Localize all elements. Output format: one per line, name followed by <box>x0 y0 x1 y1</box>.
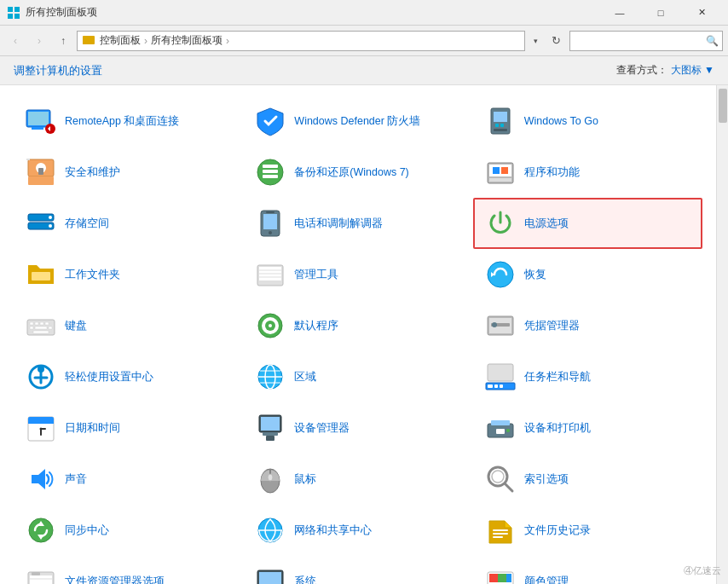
svg-rect-50 <box>35 327 47 329</box>
grid-item-synccenter[interactable]: 同步中心 <box>14 505 243 556</box>
taskbar-label[interactable]: 任务栏和导航 <box>524 370 591 384</box>
grid-item-datetime[interactable]: 日期和时间 <box>14 402 243 454</box>
network-label[interactable]: 网络和共享中心 <box>294 523 372 537</box>
breadcrumb-allitems[interactable]: 所有控制面板项 <box>151 33 222 48</box>
grid-item-filehistory[interactable]: 文件历史记录 <box>473 505 702 556</box>
workfolder-label[interactable]: 工作文件夹 <box>65 268 120 281</box>
svg-rect-11 <box>494 112 507 122</box>
grid-item-easeofaccess[interactable]: 轻松使用设置中心 <box>14 351 243 402</box>
grid-item-network[interactable]: 网络和共享中心 <box>243 505 472 556</box>
devicemanager-icon <box>253 411 287 445</box>
grid-item-defaultapps[interactable]: 默认程序 <box>243 300 472 351</box>
svg-point-81 <box>40 428 43 431</box>
storage-label[interactable]: 存储空间 <box>65 217 109 230</box>
devicesprint-label[interactable]: 设备和打印机 <box>524 421 591 435</box>
grid-item-colormanage[interactable]: 颜色管理 <box>473 556 702 584</box>
svg-rect-73 <box>494 385 498 388</box>
backup-label[interactable]: 备份和还原(Windows 7) <box>294 165 408 179</box>
security-label[interactable]: 安全和维护 <box>65 165 120 179</box>
svg-rect-87 <box>491 420 510 425</box>
keyboard-icon <box>24 309 58 343</box>
grid-item-fileoptions[interactable]: 文件资源管理器选项 <box>14 556 243 584</box>
svg-rect-88 <box>496 429 505 434</box>
grid-item-region[interactable]: 区域 <box>243 351 472 402</box>
synccenter-label[interactable]: 同步中心 <box>65 523 109 537</box>
search-input[interactable] <box>575 35 717 47</box>
svg-rect-110 <box>259 572 281 584</box>
credentials-label[interactable]: 凭据管理器 <box>524 319 580 332</box>
datetime-label[interactable]: 日期和时间 <box>65 421 120 435</box>
grid-item-taskbar[interactable]: 任务栏和导航 <box>473 351 702 402</box>
grid-item-programs[interactable]: 程序和功能 <box>473 147 702 198</box>
defaultapps-label[interactable]: 默认程序 <box>294 319 338 332</box>
svg-rect-106 <box>30 575 52 584</box>
svg-point-89 <box>506 429 510 432</box>
grid-item-mouse[interactable]: 鼠标 <box>243 454 472 505</box>
colormanage-label[interactable]: 颜色管理 <box>524 575 569 584</box>
grid-item-devicemanager[interactable]: 设备管理器 <box>243 402 472 454</box>
grid-item-phone[interactable]: 电话和调制解调器 <box>243 198 472 249</box>
maximize-button[interactable]: □ <box>641 0 680 26</box>
svg-rect-14 <box>494 129 507 131</box>
close-button[interactable]: ✕ <box>682 0 721 26</box>
windowstogo-label[interactable]: Windows To Go <box>524 114 598 128</box>
filehistory-label[interactable]: 文件历史记录 <box>524 523 591 537</box>
grid-item-credentials[interactable]: 凭据管理器 <box>473 300 702 351</box>
scrollbar[interactable] <box>716 85 728 584</box>
svg-rect-12 <box>495 124 499 127</box>
devicemanager-label[interactable]: 设备管理器 <box>294 421 350 435</box>
grid-item-sound[interactable]: 声音 <box>14 454 243 505</box>
svg-rect-114 <box>489 574 498 582</box>
grid-item-recovery[interactable]: 恢复 <box>473 249 702 300</box>
grid-item-devicesprint[interactable]: 设备和打印机 <box>473 402 702 454</box>
svg-point-30 <box>49 216 52 219</box>
grid-item-remoteapp[interactable]: RemoteApp 和桌面连接 <box>14 95 243 147</box>
filehistory-icon <box>483 513 517 547</box>
breadcrumb-controlpanel[interactable]: 控制面板 <box>100 33 141 48</box>
minimize-button[interactable]: — <box>600 0 639 26</box>
fileoptions-label[interactable]: 文件资源管理器选项 <box>65 575 165 584</box>
phone-label[interactable]: 电话和调制解调器 <box>294 217 383 230</box>
up-button[interactable]: ↑ <box>53 31 73 51</box>
sound-label[interactable]: 声音 <box>65 472 87 486</box>
management-label[interactable]: 管理工具 <box>294 268 338 281</box>
keyboard-label[interactable]: 键盘 <box>65 319 87 332</box>
grid-item-management[interactable]: 管理工具 <box>243 249 472 300</box>
svg-rect-20 <box>263 165 278 168</box>
power-label[interactable]: 电源选项 <box>524 217 569 230</box>
view-mode-button[interactable]: 大图标 ▼ <box>671 63 714 78</box>
grid-item-power[interactable]: 电源选项 <box>473 198 702 249</box>
svg-rect-75 <box>488 364 513 381</box>
grid-item-backup[interactable]: 备份和还原(Windows 7) <box>243 147 472 198</box>
defender-label[interactable]: Windows Defender 防火墙 <box>294 114 420 128</box>
grid-item-keyboard[interactable]: 键盘 <box>14 300 243 351</box>
mouse-label[interactable]: 鼠标 <box>294 472 316 486</box>
grid-item-defender[interactable]: Windows Defender 防火墙 <box>243 95 472 147</box>
remoteapp-label[interactable]: RemoteApp 和桌面连接 <box>65 114 179 128</box>
system-label[interactable]: 系统 <box>294 575 316 584</box>
back-button[interactable]: ‹ <box>5 31 26 51</box>
breadcrumb-bar: 控制面板 › 所有控制面板项 › <box>77 31 525 51</box>
recovery-label[interactable]: 恢复 <box>524 268 546 281</box>
svg-rect-83 <box>261 417 280 431</box>
defaultapps-icon <box>253 309 287 343</box>
indexing-icon <box>483 462 517 496</box>
breadcrumb-dropdown[interactable]: ▾ <box>529 31 542 51</box>
forward-button[interactable]: › <box>29 31 49 51</box>
scrollbar-thumb[interactable] <box>719 89 727 123</box>
grid-item-security[interactable]: 安全和维护 <box>14 147 243 198</box>
grid-item-system[interactable]: 系统 <box>243 556 472 584</box>
window-icon <box>7 6 20 20</box>
grid-item-workfolder[interactable]: 工作文件夹 <box>14 249 243 300</box>
grid-item-storage[interactable]: 存储空间 <box>14 198 243 249</box>
programs-label[interactable]: 程序和功能 <box>524 165 580 179</box>
indexing-label[interactable]: 索引选项 <box>524 472 569 486</box>
folder-icon <box>83 33 95 48</box>
management-icon <box>253 257 287 292</box>
region-label[interactable]: 区域 <box>294 370 316 384</box>
grid-item-indexing[interactable]: 索引选项 <box>473 454 702 505</box>
grid-item-windowstogo[interactable]: Windows To Go <box>473 95 702 147</box>
refresh-button[interactable]: ↻ <box>546 31 566 51</box>
easeofaccess-label[interactable]: 轻松使用设置中心 <box>65 370 153 384</box>
svg-point-56 <box>269 324 272 327</box>
